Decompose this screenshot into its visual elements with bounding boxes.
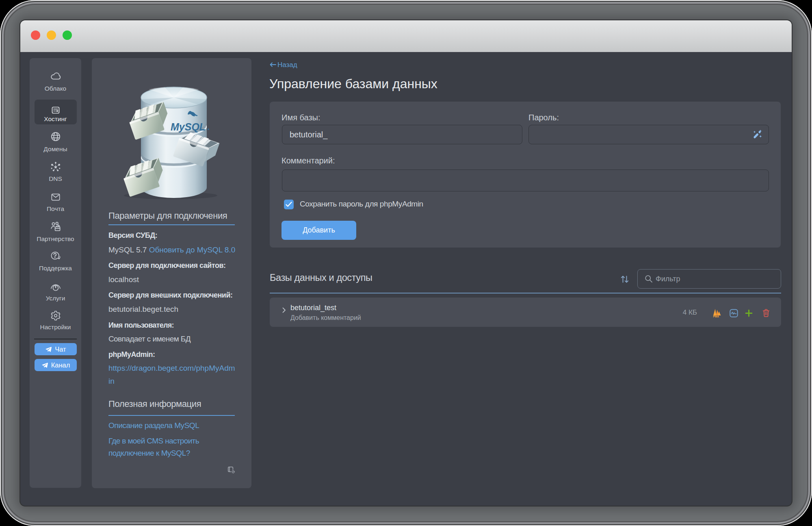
svg-text:PMA: PMA bbox=[713, 315, 719, 318]
svg-text:MySQL: MySQL bbox=[171, 121, 206, 133]
